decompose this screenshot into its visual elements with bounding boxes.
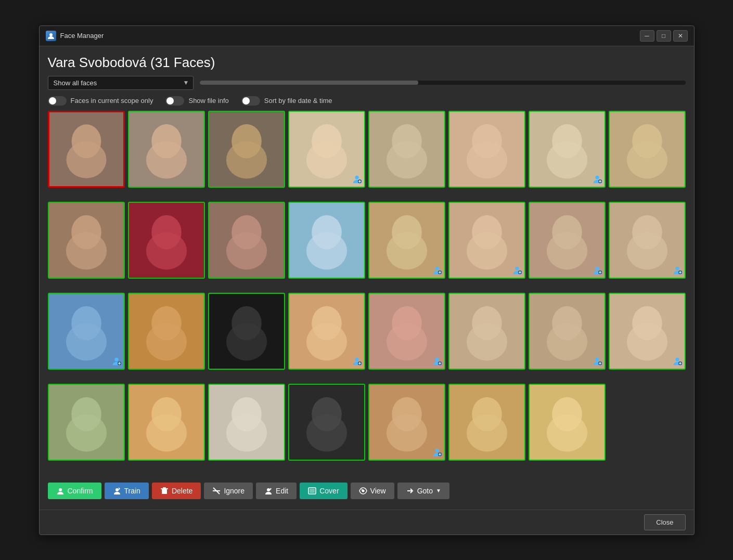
progress-bar-fill <box>200 81 418 85</box>
edit-button[interactable]: Edit <box>256 483 297 499</box>
train-button[interactable]: Train <box>105 483 149 499</box>
confirm-icon <box>56 487 65 495</box>
svg-point-63 <box>66 323 106 361</box>
svg-point-79 <box>386 323 427 361</box>
svg-point-43 <box>386 232 427 269</box>
faces-grid <box>48 111 686 472</box>
file-info-toggle-label: Show file info <box>188 97 228 105</box>
person-icon <box>511 265 523 276</box>
delete-button[interactable]: Delete <box>152 483 201 499</box>
svg-rect-122 <box>163 487 166 488</box>
face-cell[interactable] <box>128 384 205 461</box>
face-cell[interactable] <box>208 202 285 279</box>
svg-point-9 <box>226 141 266 178</box>
close-button[interactable]: Close <box>644 514 685 530</box>
svg-rect-121 <box>161 488 168 489</box>
person-icon <box>111 356 122 367</box>
ignore-button[interactable]: Ignore <box>204 483 253 499</box>
face-cell[interactable] <box>288 293 365 370</box>
svg-point-34 <box>146 232 186 269</box>
file-info-toggle[interactable] <box>165 96 184 106</box>
face-cell[interactable] <box>288 111 365 188</box>
face-cell[interactable] <box>448 293 525 370</box>
content-area: Vara Svobodová (31 Faces) Show all faces… <box>40 46 694 510</box>
bottom-bar: Close <box>40 510 694 535</box>
train-icon <box>113 487 121 495</box>
person-icon <box>591 356 603 367</box>
faces-filter-dropdown[interactable]: Show all faces Show confirmed faces Show… <box>48 76 194 90</box>
face-cell[interactable] <box>128 202 205 279</box>
cover-button[interactable]: Cover <box>300 483 347 499</box>
svg-point-24 <box>595 175 599 179</box>
face-cell[interactable] <box>368 293 445 370</box>
window-close-button[interactable]: ✕ <box>673 30 688 42</box>
face-cell[interactable] <box>368 202 445 279</box>
face-cell[interactable] <box>448 202 525 279</box>
face-cell[interactable] <box>288 202 365 279</box>
face-cell[interactable] <box>609 293 686 370</box>
goto-button[interactable]: Goto ▼ <box>397 483 449 499</box>
face-cell[interactable] <box>288 384 365 461</box>
face-cell[interactable] <box>448 111 525 188</box>
svg-point-114 <box>466 414 507 452</box>
svg-point-3 <box>66 141 106 178</box>
svg-point-17 <box>386 141 427 178</box>
face-cell[interactable] <box>208 293 285 370</box>
svg-point-54 <box>595 266 599 270</box>
sort-date-toggle[interactable] <box>241 96 260 106</box>
person-icon <box>672 265 683 276</box>
page-title: Vara Svobodová (31 Faces) <box>48 55 686 71</box>
svg-point-59 <box>675 266 679 270</box>
svg-point-103 <box>226 414 266 452</box>
face-cell[interactable] <box>368 384 445 461</box>
svg-point-58 <box>626 232 667 269</box>
face-cell[interactable] <box>128 111 205 188</box>
toggle-knob <box>166 97 174 105</box>
options-row: Faces in current scope only Show file in… <box>48 96 686 106</box>
toggle-knob <box>49 97 56 105</box>
svg-point-28 <box>626 141 667 178</box>
toggle-knob <box>242 97 250 105</box>
scope-toggle-group: Faces in current scope only <box>48 96 153 106</box>
faces-scope-toggle[interactable] <box>48 96 67 106</box>
confirm-button[interactable]: Confirm <box>48 483 101 499</box>
svg-point-74 <box>306 323 346 361</box>
face-cell[interactable] <box>609 111 686 188</box>
face-cell[interactable] <box>609 202 686 279</box>
svg-rect-120 <box>162 489 167 494</box>
view-button[interactable]: View <box>351 483 394 499</box>
face-cell[interactable] <box>529 293 606 370</box>
svg-point-48 <box>466 232 507 269</box>
face-cell[interactable] <box>128 293 205 370</box>
svg-point-75 <box>355 358 358 361</box>
face-cell[interactable] <box>48 202 125 279</box>
minimize-button[interactable]: ─ <box>640 30 654 42</box>
svg-point-88 <box>595 358 599 361</box>
svg-point-119 <box>115 488 119 491</box>
face-cell[interactable] <box>48 293 125 370</box>
face-cell[interactable] <box>529 384 606 461</box>
svg-point-92 <box>626 323 667 361</box>
main-window: Face Manager ─ □ ✕ Vara Svobodová (31 Fa… <box>39 25 695 535</box>
face-cell[interactable] <box>368 111 445 188</box>
maximize-button[interactable]: □ <box>657 30 671 42</box>
person-icon <box>591 265 603 276</box>
svg-point-23 <box>546 141 587 178</box>
svg-rect-124 <box>213 490 220 491</box>
svg-point-53 <box>546 232 587 269</box>
face-cell[interactable] <box>208 111 285 188</box>
face-cell[interactable] <box>48 111 125 188</box>
face-cell[interactable] <box>529 111 606 188</box>
person-icon <box>351 356 363 367</box>
sort-toggle-group: Sort by file date & time <box>241 96 332 106</box>
svg-point-106 <box>306 414 346 452</box>
file-info-toggle-group: Show file info <box>165 96 228 106</box>
face-cell[interactable] <box>448 384 525 461</box>
svg-point-80 <box>435 358 439 361</box>
app-icon <box>46 31 56 41</box>
face-cell[interactable] <box>48 384 125 461</box>
face-cell[interactable] <box>529 202 606 279</box>
person-icon <box>431 447 443 458</box>
face-cell[interactable] <box>208 384 285 461</box>
action-bar: Confirm Train Delete <box>48 477 686 501</box>
